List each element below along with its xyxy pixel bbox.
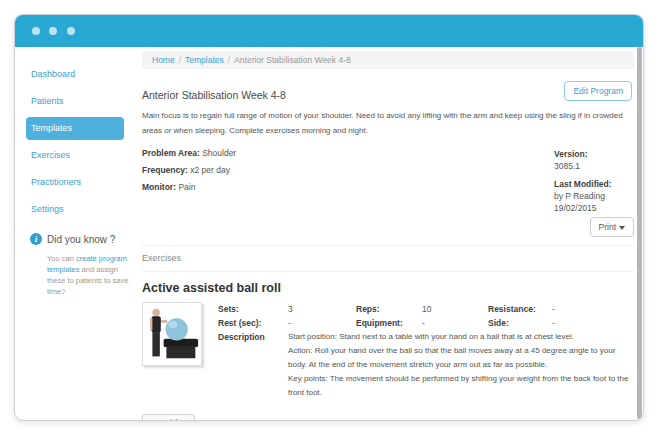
stat-label: Side: [488, 316, 552, 330]
print-button[interactable]: Print [590, 217, 634, 237]
description-line: Action: Roll your hand over the ball so … [288, 344, 634, 372]
stat-value: - [552, 302, 634, 316]
sidebar-item-templates[interactable]: Templates [26, 117, 124, 140]
program-fields: Problem Area: Shoulder Frequency: x2 per… [142, 148, 236, 214]
sidebar-item-exercises[interactable]: Exercises [15, 144, 130, 167]
last-modified-by: by P Reading [554, 190, 634, 202]
breadcrumb-link-home[interactable]: Home [152, 55, 175, 65]
version-label: Version: [554, 148, 634, 160]
tip-text-prefix: You can [47, 254, 76, 263]
window-control-dot[interactable] [67, 27, 75, 35]
sidebar: Dashboard Patients Templates Exercises P… [15, 47, 130, 420]
window-control-dot[interactable] [49, 27, 57, 35]
exercise-stats-table: Sets: 3 Reps: 10 Resistance: - Rest (sec… [218, 302, 634, 400]
breadcrumb-separator: / [228, 55, 230, 65]
description-line: Start position: Stand next to a table wi… [288, 330, 634, 344]
version-value: 3085.1 [554, 160, 634, 172]
breadcrumb: Home/Templates/Anterior Stabilisation We… [142, 51, 634, 69]
last-modified-label: Last Modified: [554, 178, 634, 190]
scrollbar[interactable] [637, 47, 642, 419]
screen: Dashboard Patients Templates Exercises P… [0, 0, 660, 435]
field-label: Frequency: [142, 165, 188, 175]
stat-label: Sets: [218, 302, 288, 316]
exercise-name: Active assisted ball roll [142, 281, 634, 295]
program-meta: Problem Area: Shoulder Frequency: x2 per… [142, 148, 634, 214]
window-titlebar [15, 15, 643, 47]
stat-label: Equipment: [356, 316, 422, 330]
field-problem-area: Problem Area: Shoulder [142, 148, 236, 158]
page-title: Anterior Stabilisation Week 4-8 [142, 89, 634, 101]
field-value: x2 per day [190, 165, 230, 175]
field-value: Shoulder [202, 148, 236, 158]
stat-value: - [288, 316, 356, 330]
stat-label: Rest (sec): [218, 316, 288, 330]
breadcrumb-current: Anterior Stabilisation Week 4-8 [234, 55, 351, 65]
did-you-know-panel: i Did you know ? You can create program … [15, 233, 130, 297]
exercises-section-header: Exercises [142, 253, 634, 263]
divider [142, 271, 634, 272]
stat-label: Resistance: [488, 302, 552, 316]
version-block: Version: 3085.1 Last Modified: by P Read… [554, 148, 634, 214]
window-control-dot[interactable] [32, 27, 40, 35]
info-icon: i [30, 233, 42, 245]
video-camera-icon [150, 419, 161, 421]
sidebar-item-practitioners[interactable]: Practitioners [15, 171, 130, 194]
print-button-label: Print [599, 222, 616, 232]
app-window: Dashboard Patients Templates Exercises P… [14, 14, 644, 421]
video-button-label: Video [165, 418, 187, 421]
divider [142, 245, 634, 246]
caret-down-icon [619, 226, 625, 230]
edit-program-button[interactable]: Edit Program [564, 81, 632, 101]
stat-value: - [422, 316, 488, 330]
field-value: Pain [178, 182, 195, 192]
did-you-know-text: You can create program templates and ass… [47, 253, 131, 297]
description-line: Key points: The movement should be perfo… [288, 372, 634, 400]
stat-value: 10 [422, 302, 488, 316]
main-content: Home/Templates/Anterior Stabilisation We… [142, 47, 634, 421]
field-label: Monitor: [142, 182, 176, 192]
video-button[interactable]: Video [142, 414, 195, 421]
exercise-thumbnail[interactable] [142, 302, 202, 366]
program-description: Main focus is to regain full range of mo… [142, 108, 634, 138]
field-frequency: Frequency: x2 per day [142, 165, 236, 175]
last-modified-date: 19/02/2015 [554, 202, 634, 214]
field-monitor: Monitor: Pain [142, 182, 236, 192]
description-label: Description [218, 330, 288, 400]
field-label: Problem Area: [142, 148, 200, 158]
breadcrumb-separator: / [179, 55, 181, 65]
sidebar-item-patients[interactable]: Patients [15, 90, 130, 113]
exercise-photo-ball-roll [144, 304, 200, 364]
did-you-know-title: Did you know ? [47, 234, 115, 245]
exercise-card: Sets: 3 Reps: 10 Resistance: - Rest (sec… [142, 302, 634, 400]
stat-value: 3 [288, 302, 356, 316]
stat-label: Reps: [356, 302, 422, 316]
stat-value: - [552, 316, 634, 330]
sidebar-item-settings[interactable]: Settings [15, 198, 130, 221]
sidebar-item-dashboard[interactable]: Dashboard [15, 63, 130, 86]
breadcrumb-link-templates[interactable]: Templates [185, 55, 224, 65]
exercise-description: Start position: Stand next to a table wi… [288, 330, 634, 400]
